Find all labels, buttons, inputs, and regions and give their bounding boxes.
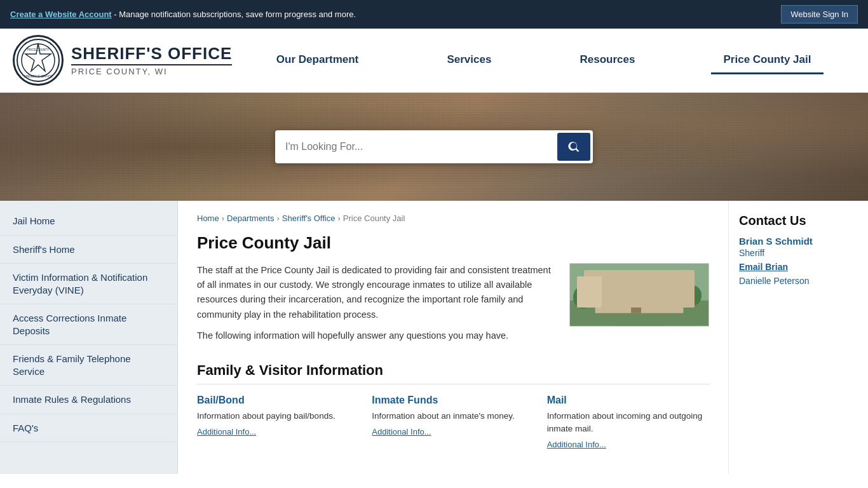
logo: SHERIFF'S OFFICE PRICE COUNTY (13, 35, 64, 86)
sidebar-item-sheriffs-home[interactable]: Sheriff's Home (0, 236, 177, 264)
sidebar-item-vine[interactable]: Victim Information & Notification Everyd… (0, 264, 177, 304)
section-title: Family & Visitor Information (197, 362, 709, 384)
sidebar-item-faq[interactable]: FAQ's (0, 414, 177, 443)
contact-name: Brian S Schmidt (739, 236, 858, 247)
info-card-mail: Mail Information about incoming and outg… (547, 395, 709, 450)
org-title: SHERIFF'S OFFICE (71, 45, 232, 62)
svg-rect-13 (619, 289, 628, 297)
search-input[interactable] (285, 141, 557, 152)
sidebar-item-telephone[interactable]: Friends & Family Telephone Service (0, 345, 177, 386)
info-card-funds: Inmate Funds Information about an inmate… (372, 395, 534, 450)
svg-rect-12 (605, 289, 614, 297)
contact-title: Contact Us (739, 214, 858, 228)
org-subtitle: PRICE COUNTY, WI (71, 64, 232, 76)
card-funds-description: Information about an inmate's money. (372, 410, 534, 423)
breadcrumb-sep-2: › (276, 214, 279, 223)
svg-rect-11 (595, 278, 684, 283)
breadcrumb: Home › Departments › Sheriff's Office › … (197, 214, 709, 223)
breadcrumb-sep-1: › (222, 214, 224, 223)
svg-rect-19 (684, 274, 688, 281)
nav-item-services[interactable]: Services (434, 47, 504, 74)
svg-text:PRICE COUNTY: PRICE COUNTY (27, 48, 49, 51)
svg-rect-6 (570, 301, 709, 326)
svg-text:SHERIFF'S OFFICE: SHERIFF'S OFFICE (24, 74, 53, 78)
sidebar-item-access-corrections[interactable]: Access Corrections Inmate Deposits (0, 304, 177, 345)
main-nav: Our Department Services Resources Price … (232, 47, 855, 74)
description-block: The staff at the Price County Jail is de… (197, 263, 557, 349)
main-content: Home › Departments › Sheriff's Office › … (178, 201, 728, 474)
card-mail-link[interactable]: Additional Info... (547, 440, 606, 449)
page-description-1: The staff at the Price County Jail is de… (197, 263, 557, 322)
contact-email-link[interactable]: Email Brian (739, 262, 788, 272)
card-bail-description: Information about paying bail/bonds. (197, 410, 359, 423)
svg-marker-2 (25, 43, 51, 71)
org-name: SHERIFF'S OFFICE PRICE COUNTY, WI (71, 45, 232, 76)
content-wrapper: Jail Home Sheriff's Home Victim Informat… (0, 201, 868, 474)
description-image-block: The staff at the Price County Jail is de… (197, 263, 709, 349)
breadcrumb-sep-3: › (337, 214, 340, 223)
contact-role: Sheriff (739, 248, 858, 258)
breadcrumb-home[interactable]: Home (197, 214, 219, 223)
contact-next-name: Danielle Peterson (739, 276, 858, 286)
top-bar: Create a Website Account - Manage notifi… (0, 0, 868, 29)
right-panel: Contact Us Brian S Schmidt Sheriff Email… (728, 201, 868, 474)
svg-point-8 (671, 280, 696, 308)
logo-svg: SHERIFF'S OFFICE PRICE COUNTY (16, 38, 60, 83)
nav-item-our-department[interactable]: Our Department (264, 47, 371, 74)
search-box (275, 130, 593, 163)
info-cards: Bail/Bond Information about paying bail/… (197, 395, 709, 450)
hero-section (0, 93, 868, 201)
svg-rect-14 (634, 289, 642, 297)
search-icon (567, 140, 581, 154)
svg-line-20 (682, 280, 686, 281)
svg-point-7 (573, 286, 592, 309)
top-bar-text: - Manage notification subscriptions, sav… (114, 10, 356, 19)
sign-in-button[interactable]: Website Sign In (781, 5, 858, 24)
card-mail-title: Mail (547, 395, 709, 406)
svg-rect-15 (648, 289, 657, 297)
sidebar-item-jail-home[interactable]: Jail Home (0, 207, 177, 236)
card-funds-link[interactable]: Additional Info... (372, 427, 431, 437)
card-funds-title: Inmate Funds (372, 395, 534, 406)
jail-image-svg (570, 263, 709, 326)
svg-point-9 (684, 285, 702, 306)
create-account-link[interactable]: Create a Website Account (10, 10, 112, 19)
sidebar-item-rules[interactable]: Inmate Rules & Regulations (0, 386, 177, 414)
svg-line-21 (686, 280, 691, 281)
logo-area: SHERIFF'S OFFICE PRICE COUNTY SHERIFF'S … (13, 35, 232, 86)
svg-rect-16 (663, 289, 672, 297)
breadcrumb-sheriffs-office[interactable]: Sheriff's Office (282, 214, 336, 223)
header: SHERIFF'S OFFICE PRICE COUNTY SHERIFF'S … (0, 29, 868, 93)
search-button[interactable] (557, 133, 590, 161)
card-bail-link[interactable]: Additional Info... (197, 427, 256, 437)
top-bar-message: Create a Website Account - Manage notifi… (10, 10, 356, 19)
nav-item-resources[interactable]: Resources (567, 47, 648, 74)
breadcrumb-departments[interactable]: Departments (227, 214, 274, 223)
breadcrumb-current: Price County Jail (343, 214, 405, 223)
info-card-bail: Bail/Bond Information about paying bail/… (197, 395, 359, 450)
svg-rect-17 (631, 302, 641, 313)
page-description-2: The following information will hopefully… (197, 329, 557, 343)
card-bail-title: Bail/Bond (197, 395, 359, 406)
jail-building-image (569, 263, 709, 327)
nav-item-jail[interactable]: Price County Jail (711, 47, 824, 74)
svg-point-18 (680, 269, 693, 278)
page-title: Price County Jail (197, 233, 709, 253)
card-mail-description: Information about incoming and outgoing … (547, 410, 709, 436)
sidebar: Jail Home Sheriff's Home Victim Informat… (0, 201, 178, 474)
